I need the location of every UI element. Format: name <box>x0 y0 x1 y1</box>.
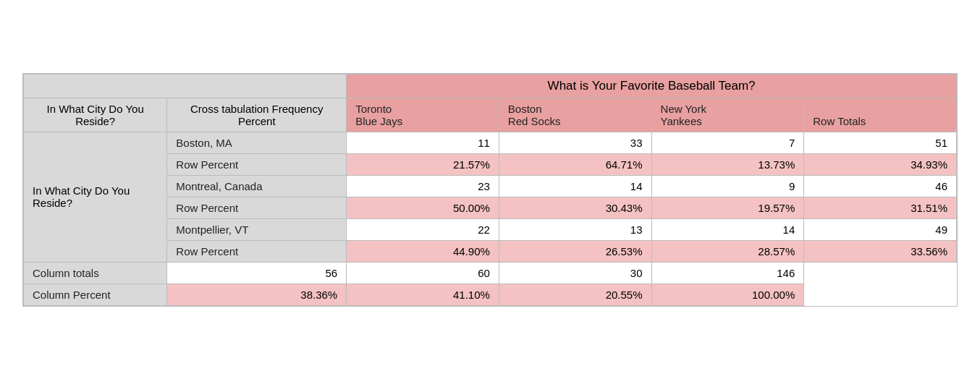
data-cell: 33.56% <box>804 240 957 262</box>
data-cell: 34.93% <box>804 153 957 175</box>
data-cell: 64.71% <box>499 153 651 175</box>
data-cell: 22 <box>347 218 499 240</box>
row-label: Montpellier, VT <box>167 218 347 240</box>
data-cell: 51 <box>804 132 957 153</box>
data-cell: 21.57% <box>347 153 499 175</box>
data-cell: 60 <box>347 262 499 284</box>
table-row: Column Percent38.36%41.10%20.55%100.00% <box>24 284 957 305</box>
data-cell: 30.43% <box>499 197 651 218</box>
row-label: Column Percent <box>24 284 167 305</box>
data-cell: 9 <box>651 175 804 197</box>
data-cell: 50.00% <box>347 197 499 218</box>
row-label: Boston, MA <box>167 132 347 153</box>
data-cell: 11 <box>347 132 499 153</box>
data-cell: 19.57% <box>651 197 804 218</box>
cross-tab-label-cell: Cross tabulation Frequency Percent <box>167 98 347 132</box>
side-label-cell: In What City Do You Reside? <box>24 98 167 132</box>
row-label: Column totals <box>24 262 167 284</box>
data-cell: 31.51% <box>804 197 957 218</box>
data-cell: 41.10% <box>347 284 499 305</box>
data-cell: 14 <box>499 175 651 197</box>
data-cell: 7 <box>651 132 804 153</box>
col-headers-row: In What City Do You Reside? Cross tabula… <box>24 98 957 132</box>
data-cell: 20.55% <box>499 284 651 305</box>
row-label: Montreal, Canada <box>167 175 347 197</box>
data-cell: 33 <box>499 132 651 153</box>
data-cell: 49 <box>804 218 957 240</box>
main-question-cell: What is Your Favorite Baseball Team? <box>347 74 957 98</box>
data-cell: 28.57% <box>651 240 804 262</box>
main-question-row: What is Your Favorite Baseball Team? <box>24 74 957 98</box>
row-label: Row Percent <box>167 197 347 218</box>
data-cell: 13 <box>499 218 651 240</box>
data-cell: 30 <box>499 262 651 284</box>
data-cell: 38.36% <box>167 284 347 305</box>
data-cell: 23 <box>347 175 499 197</box>
col-header-2: New YorkYankees <box>651 98 804 132</box>
col-header-1: BostonRed Socks <box>499 98 651 132</box>
row-label: Row Percent <box>167 240 347 262</box>
data-cell: 46 <box>804 175 957 197</box>
data-cell: 44.90% <box>347 240 499 262</box>
table-row: Column totals566030146 <box>24 262 957 284</box>
col-header-3: Row Totals <box>804 98 957 132</box>
data-cell: 146 <box>651 262 804 284</box>
data-cell: 26.53% <box>499 240 651 262</box>
row-question-label: In What City Do You Reside? <box>24 132 167 262</box>
row-label: Row Percent <box>167 153 347 175</box>
cross-tabulation-table: What is Your Favorite Baseball Team? In … <box>22 73 958 307</box>
data-cell: 100.00% <box>651 284 804 305</box>
data-cell: 56 <box>167 262 347 284</box>
col-header-0: TorontoBlue Jays <box>347 98 499 132</box>
data-cell: 13.73% <box>651 153 804 175</box>
table-row: In What City Do You Reside?Boston, MA113… <box>24 132 957 153</box>
corner-cell <box>24 74 347 98</box>
data-cell: 14 <box>651 218 804 240</box>
